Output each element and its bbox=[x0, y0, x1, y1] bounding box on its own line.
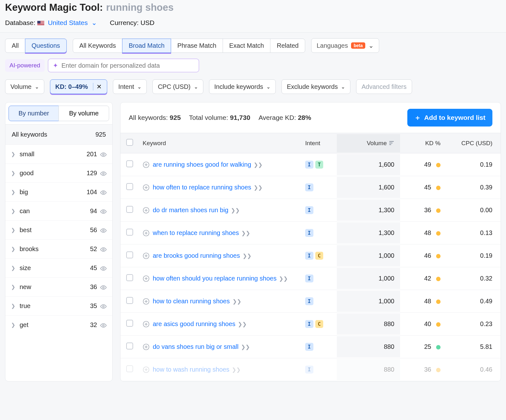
sidebar-list[interactable]: ❯small201❯good129❯big104❯can94❯best56❯br… bbox=[5, 145, 112, 381]
col-cpc[interactable]: CPC (USD) bbox=[444, 140, 495, 147]
sidebar-item[interactable]: ❯brooks52 bbox=[5, 239, 112, 258]
filter-kd[interactable]: KD: 0–49%✕ bbox=[50, 79, 107, 94]
sidebar: By number By volume All keywords 925 ❯sm… bbox=[5, 102, 113, 381]
sidebar-item[interactable]: ❯good129 bbox=[5, 164, 112, 182]
keyword-link[interactable]: do vans shoes run big or small bbox=[153, 343, 238, 350]
filter-cpc[interactable]: CPC (USD)⌄ bbox=[152, 79, 203, 94]
sidebar-item[interactable]: ❯true35 bbox=[5, 296, 112, 315]
sidebar-item[interactable]: ❯big104 bbox=[5, 182, 112, 201]
sort-by-volume[interactable]: By volume bbox=[59, 106, 109, 121]
eye-icon[interactable] bbox=[100, 207, 107, 215]
expand-icon[interactable] bbox=[143, 184, 150, 191]
sidebar-item[interactable]: ❯small201 bbox=[5, 145, 112, 164]
add-to-keyword-list-button[interactable]: ＋ Add to keyword list bbox=[407, 109, 492, 127]
expand-icon[interactable] bbox=[143, 161, 150, 168]
sidebar-item[interactable]: ❯best56 bbox=[5, 220, 112, 239]
tab-all[interactable]: All bbox=[5, 39, 25, 53]
eye-icon[interactable] bbox=[100, 302, 107, 310]
eye-icon[interactable] bbox=[100, 245, 107, 253]
row-checkbox[interactable] bbox=[126, 365, 133, 372]
col-kd[interactable]: KD % bbox=[400, 140, 444, 147]
sidebar-item[interactable]: ❯get32 bbox=[5, 315, 112, 334]
sidebar-item[interactable]: ❯can94 bbox=[5, 201, 112, 220]
expand-icon[interactable] bbox=[143, 275, 150, 282]
open-icon[interactable]: ❯❯ bbox=[232, 299, 241, 305]
row-checkbox[interactable] bbox=[126, 229, 133, 236]
table-row: are brooks good running shoes❯❯IC1,00046… bbox=[120, 244, 501, 267]
eye-icon[interactable] bbox=[100, 226, 107, 234]
eye-icon[interactable] bbox=[100, 151, 107, 158]
filter-volume[interactable]: Volume⌄ bbox=[5, 79, 44, 94]
tab-broad-match[interactable]: Broad Match bbox=[122, 39, 171, 53]
row-checkbox[interactable] bbox=[126, 251, 133, 258]
eye-icon[interactable] bbox=[100, 170, 107, 177]
kd-cell: 48 bbox=[400, 298, 444, 305]
eye-icon[interactable] bbox=[100, 264, 107, 272]
tab-related[interactable]: Related bbox=[270, 39, 305, 53]
sort-by-number[interactable]: By number bbox=[9, 106, 59, 121]
open-icon[interactable]: ❯❯ bbox=[241, 344, 250, 350]
ai-domain-input[interactable] bbox=[61, 62, 194, 69]
eye-icon[interactable] bbox=[100, 188, 107, 196]
svg-point-9 bbox=[103, 324, 104, 326]
open-icon[interactable]: ❯❯ bbox=[254, 162, 262, 168]
tab-all-keywords[interactable]: All Keywords bbox=[73, 39, 123, 53]
keyword-link[interactable]: how to clean running shoes bbox=[153, 298, 230, 305]
expand-icon[interactable] bbox=[143, 298, 150, 305]
expand-icon[interactable] bbox=[143, 252, 150, 259]
table-row: how to wash running shoes❯❯I88036 0.46 bbox=[120, 358, 501, 381]
select-all-checkbox[interactable] bbox=[126, 139, 133, 146]
expand-icon[interactable] bbox=[143, 229, 150, 236]
expand-icon[interactable] bbox=[143, 320, 150, 327]
open-icon[interactable]: ❯❯ bbox=[241, 230, 250, 236]
row-checkbox[interactable] bbox=[126, 183, 133, 190]
expand-icon[interactable] bbox=[143, 207, 150, 213]
row-checkbox[interactable] bbox=[126, 297, 133, 304]
eye-icon[interactable] bbox=[100, 283, 107, 291]
filter-include[interactable]: Include keywords⌄ bbox=[209, 79, 276, 94]
close-icon[interactable]: ✕ bbox=[93, 83, 102, 90]
col-volume[interactable]: Volume bbox=[337, 134, 400, 152]
keyword-link[interactable]: do dr marten shoes run big bbox=[153, 207, 228, 213]
db-value[interactable]: United States bbox=[48, 19, 88, 26]
filter-exclude[interactable]: Exclude keywords⌄ bbox=[281, 79, 350, 94]
row-checkbox[interactable] bbox=[126, 320, 133, 327]
keyword-link[interactable]: are asics good running shoes bbox=[153, 320, 235, 327]
keyword-link[interactable]: are brooks good running shoes bbox=[153, 252, 240, 259]
open-icon[interactable]: ❯❯ bbox=[238, 321, 247, 327]
tool-keyword: running shoes bbox=[106, 2, 174, 13]
keyword-link[interactable]: how to wash running shoes bbox=[153, 366, 229, 373]
filter-advanced[interactable]: Advanced filters bbox=[356, 79, 412, 94]
open-icon[interactable]: ❯❯ bbox=[279, 276, 288, 282]
col-intent[interactable]: Intent bbox=[305, 140, 337, 147]
expand-icon[interactable] bbox=[143, 343, 150, 350]
open-icon[interactable]: ❯❯ bbox=[243, 253, 251, 259]
tab-questions[interactable]: Questions bbox=[25, 39, 67, 53]
row-checkbox[interactable] bbox=[126, 343, 133, 349]
filter-intent[interactable]: Intent⌄ bbox=[113, 79, 147, 94]
tab-exact-match[interactable]: Exact Match bbox=[223, 39, 271, 53]
open-icon[interactable]: ❯❯ bbox=[231, 207, 240, 213]
database-selector[interactable]: Database: United States ⌄ bbox=[5, 19, 97, 27]
keyword-link[interactable]: are running shoes good for walking bbox=[153, 161, 251, 168]
col-keyword[interactable]: Keyword bbox=[141, 140, 305, 147]
row-checkbox[interactable] bbox=[126, 274, 133, 281]
intent-cell: I bbox=[305, 366, 337, 374]
row-checkbox[interactable] bbox=[126, 160, 133, 167]
sidebar-item[interactable]: ❯size45 bbox=[5, 258, 112, 277]
expand-icon[interactable] bbox=[143, 366, 150, 373]
keyword-link[interactable]: how often to replace running shoes bbox=[153, 184, 251, 191]
open-icon[interactable]: ❯❯ bbox=[232, 367, 241, 373]
keyword-link[interactable]: when to replace running shoes bbox=[153, 229, 239, 236]
ai-domain-input-wrap[interactable]: ✦ bbox=[48, 59, 199, 72]
eye-icon[interactable] bbox=[100, 321, 107, 329]
keyword-link[interactable]: how often should you replace running sho… bbox=[153, 275, 276, 282]
sidebar-item-count: 32 bbox=[90, 321, 97, 329]
sidebar-all-keywords[interactable]: All keywords 925 bbox=[5, 125, 112, 145]
open-icon[interactable]: ❯❯ bbox=[254, 185, 262, 191]
languages-button[interactable]: Languages beta ⌄ bbox=[311, 38, 379, 53]
sidebar-item[interactable]: ❯new36 bbox=[5, 277, 112, 296]
tab-phrase-match[interactable]: Phrase Match bbox=[171, 39, 223, 53]
cpc-cell: 0.23 bbox=[444, 320, 495, 328]
row-checkbox[interactable] bbox=[126, 206, 133, 213]
